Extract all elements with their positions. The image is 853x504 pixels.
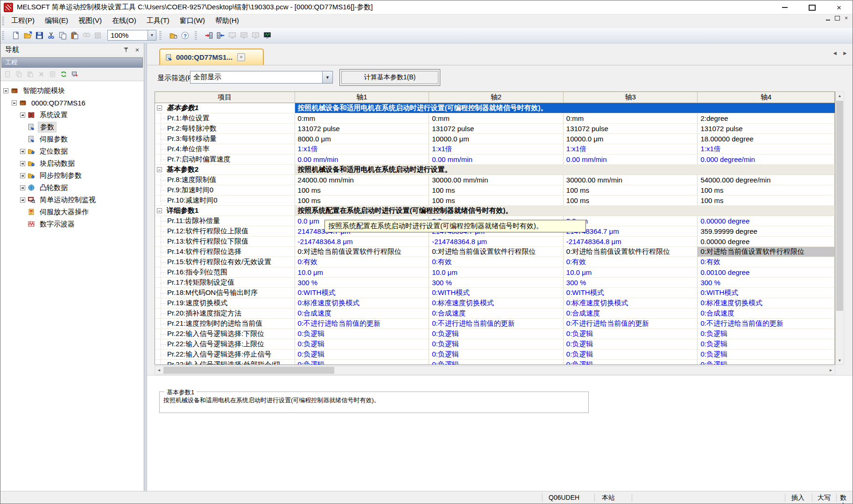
value-cell-axis3[interactable]: 0:不进行进给当前值的更新 bbox=[564, 319, 698, 329]
value-cell-axis1[interactable]: 0:标准速度切换模式 bbox=[295, 298, 430, 308]
value-cell-axis2[interactable]: 10.0 μm bbox=[429, 267, 564, 278]
item-cell[interactable]: 详细参数1 bbox=[155, 206, 295, 216]
value-cell-axis4[interactable]: 0:对进给当前值设置软件行程限位 bbox=[698, 247, 835, 257]
value-cell-axis4[interactable]: 0.00100 degree bbox=[698, 267, 835, 278]
tree-item-0000:QD77MS16[interactable]: 0000:QD77MS16 bbox=[0, 97, 143, 109]
item-cell[interactable]: Pr.18:M代码ON信号输出时序 bbox=[155, 288, 295, 298]
tree-item-数字示波器[interactable]: 数字示波器 bbox=[0, 218, 143, 230]
value-cell-axis4[interactable]: 0:WITH模式 bbox=[698, 288, 835, 298]
display-filter-select[interactable]: 全部显示 ▼ bbox=[190, 71, 333, 84]
value-cell-axis4[interactable]: 300 % bbox=[698, 278, 835, 288]
value-cell-axis1[interactable]: 0:合成速度 bbox=[295, 308, 430, 319]
value-cell-axis1[interactable]: 0:负逻辑 bbox=[295, 339, 430, 350]
value-cell-axis3[interactable]: 0:负逻辑 bbox=[564, 350, 698, 360]
paste-icon[interactable] bbox=[69, 29, 80, 41]
value-cell-axis4[interactable]: 2:degree bbox=[698, 113, 835, 124]
refresh-icon[interactable] bbox=[58, 69, 69, 79]
menu-tools[interactable]: 工具(T) bbox=[141, 15, 175, 27]
value-cell-axis2[interactable]: 0:不进行进给当前值的更新 bbox=[429, 319, 564, 329]
menu-view[interactable]: 视图(V) bbox=[73, 15, 107, 27]
monitor-disabled-icon[interactable] bbox=[226, 29, 238, 41]
scope-icon[interactable] bbox=[261, 29, 273, 41]
value-cell-axis4[interactable]: 131072 pulse bbox=[698, 124, 835, 134]
value-cell-axis1[interactable]: 10.0 μm bbox=[295, 267, 430, 278]
value-cell-axis1[interactable]: 0.00 mm/min bbox=[295, 154, 430, 165]
column-header-轴3[interactable]: 轴3 bbox=[564, 92, 698, 103]
value-cell-axis3[interactable]: 10.0 μm bbox=[564, 267, 698, 278]
value-cell-axis2[interactable]: 100 ms bbox=[429, 185, 564, 196]
item-cell[interactable]: Pr.2:每转脉冲数 bbox=[155, 124, 295, 134]
value-cell-axis4[interactable]: 0:负逻辑 bbox=[698, 329, 835, 339]
value-cell-axis1[interactable]: 8000.0 μm bbox=[295, 134, 430, 144]
value-cell-axis1[interactable]: 0:负逻辑 bbox=[295, 350, 430, 360]
value-cell-axis4[interactable]: 0.00000 degree bbox=[698, 237, 835, 247]
value-cell-axis3[interactable]: -214748364.8 μm bbox=[564, 237, 698, 247]
value-cell-axis4[interactable]: 0:负逻辑 bbox=[698, 360, 835, 365]
item-cell[interactable]: Pr.19:速度切换模式 bbox=[155, 298, 295, 308]
value-cell-axis3[interactable]: 300 % bbox=[564, 278, 698, 288]
expand-icon[interactable] bbox=[20, 173, 25, 178]
tab-close-icon[interactable]: × bbox=[237, 53, 245, 61]
item-cell[interactable]: Pr.1:单位设置 bbox=[155, 113, 295, 124]
paste-data-disabled-icon[interactable] bbox=[25, 69, 35, 79]
value-cell-axis1[interactable]: 300 % bbox=[295, 278, 430, 288]
tree-item-伺服参数[interactable]: 伺服参数 bbox=[0, 133, 143, 145]
column-header-轴4[interactable]: 轴4 bbox=[698, 92, 835, 103]
item-cell[interactable]: Pr.22:输入信号逻辑选择:外部指令/切 bbox=[155, 360, 295, 365]
chevron-down-icon[interactable]: ▼ bbox=[148, 30, 156, 40]
tab-parameter-document[interactable]: 0000:QD77MS1... × bbox=[159, 49, 264, 65]
find-disabled-icon[interactable] bbox=[80, 29, 92, 41]
pin-icon[interactable] bbox=[121, 45, 131, 55]
value-cell-axis4[interactable]: 0.00000 degree bbox=[698, 216, 835, 226]
value-cell-axis3[interactable]: 0:负逻辑 bbox=[564, 339, 698, 350]
tree-item-块启动数据[interactable]: 块启动数据 bbox=[0, 157, 143, 169]
scroll-down-icon[interactable]: ▼ bbox=[836, 357, 844, 364]
value-cell-axis1[interactable]: 0:对进给当前值设置软件行程限位 bbox=[295, 247, 430, 257]
item-cell[interactable]: Pr.3:每转移动量 bbox=[155, 134, 295, 144]
section-description[interactable]: 按照系统配置在系统启动时进行设置(可编程控制器就绪信号时有效)。 bbox=[295, 206, 835, 216]
value-cell-axis4[interactable]: 0:有效 bbox=[698, 257, 835, 267]
value-cell-axis2[interactable]: 0:负逻辑 bbox=[429, 329, 564, 339]
item-cell[interactable]: 基本参数1 bbox=[155, 103, 295, 113]
item-cell[interactable]: 基本参数2 bbox=[155, 165, 295, 175]
value-cell-axis1[interactable]: 0:负逻辑 bbox=[295, 329, 430, 339]
value-cell-axis2[interactable]: 0:WITH模式 bbox=[429, 288, 564, 298]
value-cell-axis3[interactable]: 0:标准速度切换模式 bbox=[564, 298, 698, 308]
value-cell-axis1[interactable]: -214748364.8 μm bbox=[295, 237, 430, 247]
item-cell[interactable]: Pr.7:启动时偏置速度 bbox=[155, 154, 295, 165]
value-cell-axis2[interactable]: 0:标准速度切换模式 bbox=[429, 298, 564, 308]
item-cell[interactable]: Pr.15:软件行程限位有效/无效设置 bbox=[155, 257, 295, 267]
graph-disabled-icon[interactable] bbox=[238, 29, 250, 41]
value-cell-axis4[interactable]: 359.99999 degree bbox=[698, 226, 835, 237]
item-cell[interactable]: Pr.20:插补速度指定方法 bbox=[155, 308, 295, 319]
mdi-restore-button[interactable] bbox=[835, 16, 840, 21]
menu-window[interactable]: 窗口(W) bbox=[175, 15, 210, 27]
value-cell-axis3[interactable]: 0:mm bbox=[564, 113, 698, 124]
value-cell-axis4[interactable]: 0:合成速度 bbox=[698, 308, 835, 319]
minimize-button[interactable] bbox=[778, 2, 792, 13]
scroll-left-icon[interactable]: ◄ bbox=[155, 366, 163, 374]
expand-icon[interactable] bbox=[20, 197, 25, 203]
replace-disabled-icon[interactable] bbox=[92, 29, 104, 41]
copy-data-disabled-icon[interactable] bbox=[14, 69, 24, 79]
item-cell[interactable]: Pr.9:加速时间0 bbox=[155, 185, 295, 196]
vertical-scroll-thumb[interactable] bbox=[836, 101, 843, 311]
close-button[interactable]: × bbox=[832, 2, 846, 13]
value-cell-axis2[interactable]: 0:负逻辑 bbox=[429, 360, 564, 365]
value-cell-axis2[interactable]: 0:mm bbox=[429, 113, 564, 124]
value-cell-axis1[interactable]: 0:WITH模式 bbox=[295, 288, 430, 298]
horizontal-scrollbar[interactable]: ◄ ► bbox=[155, 366, 835, 375]
item-cell[interactable]: Pr.16:指令到位范围 bbox=[155, 267, 295, 278]
value-cell-axis1[interactable]: 131072 pulse bbox=[295, 124, 430, 134]
value-cell-axis2[interactable]: 0:合成速度 bbox=[429, 308, 564, 319]
value-cell-axis3[interactable]: 0:合成速度 bbox=[564, 308, 698, 319]
value-cell-axis2[interactable]: 300 % bbox=[429, 278, 564, 288]
value-cell-axis3[interactable]: 0:负逻辑 bbox=[564, 329, 698, 339]
value-cell-axis4[interactable]: 0:不进行进给当前值的更新 bbox=[698, 319, 835, 329]
item-cell[interactable]: Pr.22:输入信号逻辑选择:下限位 bbox=[155, 329, 295, 339]
value-cell-axis3[interactable]: 131072 pulse bbox=[564, 124, 698, 134]
tree-item-同步控制参数[interactable]: 同步控制参数 bbox=[0, 169, 143, 182]
value-cell-axis3[interactable]: 0:对进给当前值设置软件行程限位 bbox=[564, 247, 698, 257]
value-cell-axis2[interactable]: 100 ms bbox=[429, 196, 564, 206]
value-cell-axis4[interactable]: 100 ms bbox=[698, 196, 835, 206]
